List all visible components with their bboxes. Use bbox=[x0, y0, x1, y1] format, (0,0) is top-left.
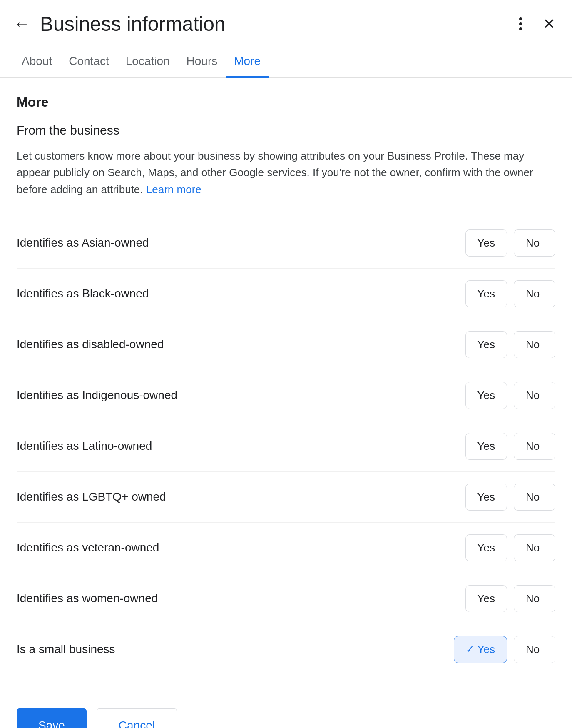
attribute-row-small-business: Is a small business ✓ Yes No bbox=[17, 624, 555, 675]
button-group: Yes No bbox=[465, 280, 555, 307]
indigenous-owned-yes-button[interactable]: Yes bbox=[465, 382, 507, 409]
button-group: Yes No bbox=[465, 382, 555, 409]
small-business-yes-button[interactable]: ✓ Yes bbox=[454, 636, 507, 663]
latino-owned-yes-button[interactable]: Yes bbox=[465, 433, 507, 460]
disabled-owned-yes-button[interactable]: Yes bbox=[465, 331, 507, 358]
attribute-row-lgbtq-owned: Identifies as LGBTQ+ owned Yes No bbox=[17, 472, 555, 523]
save-button[interactable]: Save bbox=[17, 708, 87, 728]
black-owned-yes-button[interactable]: Yes bbox=[465, 280, 507, 307]
tab-about[interactable]: About bbox=[13, 45, 60, 78]
main-content: More From the business Let customers kno… bbox=[0, 78, 572, 692]
close-icon: ✕ bbox=[543, 15, 555, 33]
attributes-list: Identifies as Asian-owned Yes No Identif… bbox=[17, 218, 555, 675]
women-owned-no-button[interactable]: No bbox=[514, 585, 555, 612]
cancel-button[interactable]: Cancel bbox=[97, 708, 177, 728]
button-group: Yes No bbox=[465, 229, 555, 257]
veteran-owned-no-button[interactable]: No bbox=[514, 534, 555, 561]
button-group: Yes No bbox=[465, 331, 555, 358]
small-business-no-button[interactable]: No bbox=[514, 636, 555, 663]
more-vert-icon bbox=[517, 15, 525, 33]
indigenous-owned-no-button[interactable]: No bbox=[514, 382, 555, 409]
footer: Save Cancel bbox=[0, 692, 572, 728]
attribute-label: Identifies as Indigenous-owned bbox=[17, 389, 465, 402]
attribute-row-black-owned: Identifies as Black-owned Yes No bbox=[17, 269, 555, 319]
close-button[interactable]: ✕ bbox=[540, 12, 559, 36]
attribute-row-latino-owned: Identifies as Latino-owned Yes No bbox=[17, 421, 555, 472]
women-owned-yes-button[interactable]: Yes bbox=[465, 585, 507, 612]
attribute-label: Identifies as disabled-owned bbox=[17, 338, 465, 351]
tab-hours[interactable]: Hours bbox=[178, 45, 226, 78]
section-title: More bbox=[17, 95, 555, 110]
more-options-button[interactable] bbox=[513, 12, 528, 36]
attribute-label: Identifies as LGBTQ+ owned bbox=[17, 490, 465, 504]
button-group: Yes No bbox=[465, 433, 555, 460]
attribute-row-disabled-owned: Identifies as disabled-owned Yes No bbox=[17, 319, 555, 370]
attribute-label: Identifies as veteran-owned bbox=[17, 541, 465, 554]
attribute-label: Identifies as Black-owned bbox=[17, 287, 465, 300]
lgbtq-owned-yes-button[interactable]: Yes bbox=[465, 484, 507, 511]
black-owned-no-button[interactable]: No bbox=[514, 280, 555, 307]
attribute-label: Identifies as Asian-owned bbox=[17, 236, 465, 249]
asian-owned-no-button[interactable]: No bbox=[514, 229, 555, 257]
header-icons: ✕ bbox=[513, 12, 559, 36]
button-group: Yes No bbox=[465, 585, 555, 612]
attribute-row-asian-owned: Identifies as Asian-owned Yes No bbox=[17, 218, 555, 269]
checkmark-icon: ✓ bbox=[466, 643, 474, 655]
header: ← Business information ✕ bbox=[0, 0, 572, 45]
attribute-label: Identifies as women-owned bbox=[17, 592, 465, 605]
tab-contact[interactable]: Contact bbox=[60, 45, 117, 78]
tab-more[interactable]: More bbox=[226, 45, 269, 78]
tab-bar: About Contact Location Hours More bbox=[0, 45, 572, 78]
disabled-owned-no-button[interactable]: No bbox=[514, 331, 555, 358]
button-group: Yes No bbox=[465, 484, 555, 511]
page-title: Business information bbox=[40, 12, 513, 35]
attribute-row-women-owned: Identifies as women-owned Yes No bbox=[17, 573, 555, 624]
subsection-title: From the business bbox=[17, 123, 555, 137]
attribute-label: Identifies as Latino-owned bbox=[17, 439, 465, 453]
attribute-label: Is a small business bbox=[17, 643, 454, 656]
attribute-row-veteran-owned: Identifies as veteran-owned Yes No bbox=[17, 523, 555, 573]
latino-owned-no-button[interactable]: No bbox=[514, 433, 555, 460]
veteran-owned-yes-button[interactable]: Yes bbox=[465, 534, 507, 561]
asian-owned-yes-button[interactable]: Yes bbox=[465, 229, 507, 257]
lgbtq-owned-no-button[interactable]: No bbox=[514, 484, 555, 511]
tab-location[interactable]: Location bbox=[117, 45, 178, 78]
back-button[interactable]: ← bbox=[13, 15, 30, 33]
button-group: Yes No bbox=[465, 534, 555, 561]
button-group: ✓ Yes No bbox=[454, 636, 555, 663]
learn-more-link[interactable]: Learn more bbox=[146, 183, 201, 196]
description-text: Let customers know more about your busin… bbox=[17, 147, 555, 198]
attribute-row-indigenous-owned: Identifies as Indigenous-owned Yes No bbox=[17, 370, 555, 421]
